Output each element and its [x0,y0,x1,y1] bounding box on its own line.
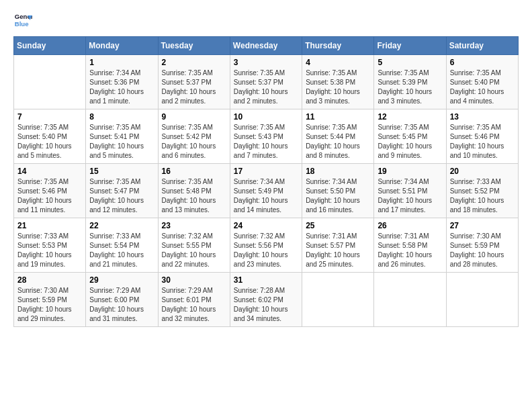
day-number: 9 [162,112,226,122]
day-number: 1 [89,58,154,67]
day-info: Sunrise: 7:29 AM Sunset: 6:01 PM Dayligh… [162,286,226,324]
day-info: Sunrise: 7:33 AM Sunset: 5:52 PM Dayligh… [450,177,515,215]
calendar-day-cell [374,273,446,327]
day-info: Sunrise: 7:32 AM Sunset: 5:55 PM Dayligh… [162,232,226,269]
day-number: 24 [234,221,298,230]
calendar-week-row: 1Sunrise: 7:34 AM Sunset: 5:36 PM Daylig… [14,55,519,109]
calendar-day-cell: 19Sunrise: 7:34 AM Sunset: 5:51 PM Dayli… [374,164,446,218]
day-number: 10 [234,112,298,122]
calendar-day-cell: 23Sunrise: 7:32 AM Sunset: 5:55 PM Dayli… [158,218,230,273]
calendar-day-cell [14,55,86,109]
day-info: Sunrise: 7:35 AM Sunset: 5:37 PM Dayligh… [162,68,226,106]
calendar-day-cell: 1Sunrise: 7:34 AM Sunset: 5:36 PM Daylig… [86,55,158,109]
day-info: Sunrise: 7:32 AM Sunset: 5:56 PM Dayligh… [234,232,298,269]
weekday-header-cell: Tuesday [158,37,230,55]
day-number: 26 [378,221,442,230]
day-info: Sunrise: 7:31 AM Sunset: 5:57 PM Dayligh… [306,232,370,269]
day-info: Sunrise: 7:30 AM Sunset: 5:59 PM Dayligh… [450,232,515,269]
calendar-day-cell: 17Sunrise: 7:34 AM Sunset: 5:49 PM Dayli… [230,164,302,218]
day-number: 30 [162,275,226,285]
day-info: Sunrise: 7:35 AM Sunset: 5:42 PM Dayligh… [162,123,226,161]
day-number: 13 [450,112,515,122]
day-info: Sunrise: 7:33 AM Sunset: 5:53 PM Dayligh… [17,232,82,269]
day-number: 8 [89,112,154,122]
calendar-day-cell: 25Sunrise: 7:31 AM Sunset: 5:57 PM Dayli… [302,218,374,273]
day-info: Sunrise: 7:35 AM Sunset: 5:37 PM Dayligh… [234,68,298,106]
weekday-header-cell: Thursday [302,37,374,55]
day-info: Sunrise: 7:34 AM Sunset: 5:51 PM Dayligh… [378,177,442,215]
day-number: 11 [306,112,370,122]
calendar-day-cell: 11Sunrise: 7:35 AM Sunset: 5:44 PM Dayli… [302,109,374,164]
weekday-header-cell: Monday [86,37,158,55]
day-number: 6 [450,58,515,67]
calendar-day-cell: 21Sunrise: 7:33 AM Sunset: 5:53 PM Dayli… [14,218,86,273]
day-number: 23 [162,221,226,230]
calendar-day-cell: 18Sunrise: 7:34 AM Sunset: 5:50 PM Dayli… [302,164,374,218]
day-number: 14 [17,167,82,176]
day-number: 15 [89,167,154,176]
day-info: Sunrise: 7:34 AM Sunset: 5:36 PM Dayligh… [89,68,154,106]
day-number: 16 [162,167,226,176]
day-number: 2 [162,58,226,67]
day-number: 3 [234,58,298,67]
day-info: Sunrise: 7:35 AM Sunset: 5:46 PM Dayligh… [17,177,82,215]
calendar-week-row: 28Sunrise: 7:30 AM Sunset: 5:59 PM Dayli… [14,273,519,327]
calendar-day-cell [302,273,374,327]
day-info: Sunrise: 7:34 AM Sunset: 5:50 PM Dayligh… [306,177,370,215]
day-info: Sunrise: 7:35 AM Sunset: 5:38 PM Dayligh… [306,68,370,106]
day-number: 29 [89,275,154,285]
calendar-day-cell: 22Sunrise: 7:33 AM Sunset: 5:54 PM Dayli… [86,218,158,273]
day-number: 5 [378,58,442,67]
weekday-header-row: SundayMondayTuesdayWednesdayThursdayFrid… [14,37,519,55]
calendar-day-cell: 9Sunrise: 7:35 AM Sunset: 5:42 PM Daylig… [158,109,230,164]
day-info: Sunrise: 7:29 AM Sunset: 6:00 PM Dayligh… [89,286,154,324]
calendar-day-cell: 29Sunrise: 7:29 AM Sunset: 6:00 PM Dayli… [86,273,158,327]
day-number: 7 [17,112,82,122]
day-info: Sunrise: 7:35 AM Sunset: 5:44 PM Dayligh… [306,123,370,161]
calendar-day-cell: 14Sunrise: 7:35 AM Sunset: 5:46 PM Dayli… [14,164,86,218]
day-info: Sunrise: 7:28 AM Sunset: 6:02 PM Dayligh… [234,286,298,324]
calendar-day-cell: 28Sunrise: 7:30 AM Sunset: 5:59 PM Dayli… [14,273,86,327]
calendar-day-cell: 30Sunrise: 7:29 AM Sunset: 6:01 PM Dayli… [158,273,230,327]
calendar-day-cell: 6Sunrise: 7:35 AM Sunset: 5:40 PM Daylig… [446,55,518,109]
day-number: 18 [306,167,370,176]
day-info: Sunrise: 7:31 AM Sunset: 5:58 PM Dayligh… [378,232,442,269]
day-number: 4 [306,58,370,67]
calendar-table: SundayMondayTuesdayWednesdayThursdayFrid… [13,36,519,327]
day-info: Sunrise: 7:35 AM Sunset: 5:40 PM Dayligh… [17,123,82,161]
day-info: Sunrise: 7:35 AM Sunset: 5:43 PM Dayligh… [234,123,298,161]
day-number: 22 [89,221,154,230]
calendar-day-cell: 4Sunrise: 7:35 AM Sunset: 5:38 PM Daylig… [302,55,374,109]
calendar-day-cell: 24Sunrise: 7:32 AM Sunset: 5:56 PM Dayli… [230,218,302,273]
calendar-week-row: 21Sunrise: 7:33 AM Sunset: 5:53 PM Dayli… [14,218,519,273]
calendar-day-cell: 27Sunrise: 7:30 AM Sunset: 5:59 PM Dayli… [446,218,518,273]
calendar-day-cell [446,273,518,327]
day-number: 31 [234,275,298,285]
page-header: General Blue [13,11,519,30]
calendar-day-cell: 16Sunrise: 7:35 AM Sunset: 5:48 PM Dayli… [158,164,230,218]
day-info: Sunrise: 7:35 AM Sunset: 5:47 PM Dayligh… [89,177,154,215]
day-info: Sunrise: 7:34 AM Sunset: 5:49 PM Dayligh… [234,177,298,215]
day-info: Sunrise: 7:35 AM Sunset: 5:46 PM Dayligh… [450,123,515,161]
day-info: Sunrise: 7:35 AM Sunset: 5:48 PM Dayligh… [162,177,226,215]
day-number: 20 [450,167,515,176]
logo: General Blue [13,11,35,30]
calendar-day-cell: 5Sunrise: 7:35 AM Sunset: 5:39 PM Daylig… [374,55,446,109]
calendar-day-cell: 26Sunrise: 7:31 AM Sunset: 5:58 PM Dayli… [374,218,446,273]
day-info: Sunrise: 7:35 AM Sunset: 5:40 PM Dayligh… [450,68,515,106]
svg-text:Blue: Blue [15,20,29,28]
calendar-day-cell: 7Sunrise: 7:35 AM Sunset: 5:40 PM Daylig… [14,109,86,164]
day-number: 27 [450,221,515,230]
calendar-day-cell: 31Sunrise: 7:28 AM Sunset: 6:02 PM Dayli… [230,273,302,327]
day-number: 21 [17,221,82,230]
calendar-day-cell: 2Sunrise: 7:35 AM Sunset: 5:37 PM Daylig… [158,55,230,109]
day-info: Sunrise: 7:30 AM Sunset: 5:59 PM Dayligh… [17,286,82,324]
weekday-header-cell: Sunday [14,37,86,55]
calendar-day-cell: 20Sunrise: 7:33 AM Sunset: 5:52 PM Dayli… [446,164,518,218]
calendar-day-cell: 8Sunrise: 7:35 AM Sunset: 5:41 PM Daylig… [86,109,158,164]
calendar-day-cell: 3Sunrise: 7:35 AM Sunset: 5:37 PM Daylig… [230,55,302,109]
day-info: Sunrise: 7:35 AM Sunset: 5:45 PM Dayligh… [378,123,442,161]
day-info: Sunrise: 7:35 AM Sunset: 5:39 PM Dayligh… [378,68,442,106]
calendar-day-cell: 15Sunrise: 7:35 AM Sunset: 5:47 PM Dayli… [86,164,158,218]
day-number: 19 [378,167,442,176]
